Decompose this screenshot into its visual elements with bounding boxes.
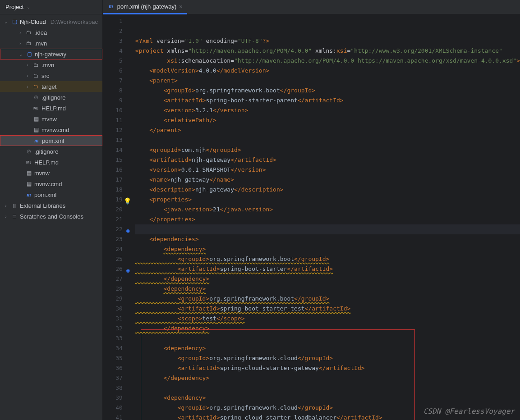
tree-item-label: mvnw.cmd [34,181,62,187]
tree-item[interactable]: mpom.xml [0,189,102,200]
highlight-box [141,329,415,420]
code-line[interactable] [135,224,520,234]
project-tree[interactable]: ⌄ ▢ Njh-Cloud D:\Work\workspac ›🗀.idea›🗀… [0,14,102,420]
code-editor[interactable]: 12345678910111213141516171819💡202122◉232… [103,14,520,420]
code-line[interactable]: <groupId>org.springframework.boot</group… [135,254,520,264]
tree-item[interactable]: ▤mvnw [0,168,102,178]
line-number: 31 [103,314,131,324]
line-number: 5 [103,56,131,66]
tree-item[interactable]: mpom.xml [0,135,102,146]
tree-item[interactable]: ›🗀target [0,81,102,92]
tree-item[interactable]: ▤mvnw [0,114,102,124]
line-number: 30 [103,304,131,314]
code-line[interactable]: <groupId>org.springframework.boot</group… [135,86,520,96]
sidebar-header[interactable]: Project ⌄ [0,0,102,14]
line-number: 11 [103,115,131,125]
target-icon[interactable]: ◉ [124,265,130,272]
code-line[interactable]: <properties> [135,195,520,205]
code-line[interactable]: <artifactId>spring-boot-starter-test</ar… [135,304,520,314]
tree-item-label: .idea [34,29,47,36]
line-number: 34 [103,343,131,353]
code-line[interactable]: <?xml version="1.0" encoding="UTF-8"?> [135,36,520,46]
arrow-icon: › [24,84,31,89]
scratches-consoles[interactable]: › ≣ Scratches and Consoles [0,211,102,222]
code-line[interactable]: <scope>test</scope> [135,314,520,324]
chevron-down-icon: ⌄ [3,19,9,24]
line-number: 27 [103,274,131,284]
code-line[interactable]: <relativePath/> [135,115,520,125]
line-number: 16 [103,165,131,175]
code-line[interactable]: <version>0.0.1-SNAPSHOT</version> [135,165,520,175]
code-line[interactable]: <artifactId>spring-boot-starter-parent</… [135,96,520,105]
tree-item[interactable]: M↓HELP.md [0,157,102,168]
code-line[interactable]: </properties> [135,215,520,224]
code-line[interactable]: <parent> [135,76,520,86]
markdown-icon: M↓ [32,105,40,112]
tree-item[interactable]: ⊘.gitignore [0,146,102,157]
line-number: 18 [103,185,131,195]
code-line[interactable]: <project xmlns="http://maven.apache.org/… [135,46,520,56]
code-line[interactable]: <description>njh-gateway</description> [135,185,520,195]
watermark: CSDN @FearlessVoyager [423,406,515,416]
line-number: 6 [103,66,131,76]
code-line[interactable]: <name>njh-gateway</name> [135,175,520,185]
line-number: 35 [103,353,131,363]
project-root-path: D:\Work\workspac [51,18,98,25]
tree-item[interactable]: ⌄▢njh-gateway [0,49,102,59]
code-line[interactable]: <version>3.2.1</version> [135,105,520,115]
tree-item[interactable]: ›🗀.idea [0,27,102,38]
maven-icon: m [25,191,32,198]
scratch-icon: ≣ [11,213,18,220]
code-line[interactable]: <dependency> [135,284,520,294]
gitignore-icon: ⊘ [32,94,40,101]
arrow-icon: › [24,73,31,78]
tree-item-label: .gitignore [34,148,58,155]
arrow-icon: › [17,41,23,46]
line-number: 21 [103,215,131,224]
code-line[interactable]: </dependency> [135,274,520,284]
line-number: 40 [103,403,131,413]
line-number: 41 [103,413,131,420]
line-number: 33 [103,333,131,343]
line-number: 14 [103,145,131,155]
code-line[interactable]: <modelVersion>4.0.0</modelVersion> [135,66,520,76]
tree-item-label: .gitignore [41,94,65,101]
line-number: 1 [103,16,131,26]
tree-item[interactable]: ▤mvnw.cmd [0,178,102,189]
line-number: 36 [103,363,131,373]
code-line[interactable]: xsi:schemaLocation="http://maven.apache.… [135,56,520,66]
folder-icon: 🗀 [32,72,40,79]
maven-icon: m [107,3,115,10]
line-number: 17 [103,175,131,185]
tree-item-label: .mvn [34,40,47,47]
close-icon[interactable]: × [179,3,183,10]
tree-item[interactable]: ⊘.gitignore [0,92,102,103]
code-line[interactable]: <java.version>21</java.version> [135,205,520,215]
code-content[interactable]: <?xml version="1.0" encoding="UTF-8"?><p… [131,14,520,420]
tree-item-label: HELP.md [34,159,59,166]
tree-item[interactable]: ›🗀.mvn [0,38,102,49]
code-line[interactable]: <artifactId>njh-gateway</artifactId> [135,155,520,165]
bulb-icon[interactable]: 💡 [124,196,130,202]
tree-item[interactable]: M↓HELP.md [0,103,102,114]
project-root[interactable]: ⌄ ▢ Njh-Cloud D:\Work\workspac [0,16,102,27]
code-line[interactable]: <groupId>com.njh</groupId> [135,145,520,155]
tab-pom-xml[interactable]: m pom.xml (njh-gateway) × [103,0,187,14]
folder-icon: 🗀 [25,40,32,47]
tree-item[interactable]: ›🗀.mvn [0,59,102,70]
gutter: 12345678910111213141516171819💡202122◉232… [103,14,131,420]
arrow-icon: › [17,30,23,35]
code-line[interactable]: <artifactId>spring-boot-starter</artifac… [135,264,520,274]
tree-item-label: pom.xml [34,192,56,198]
code-line[interactable]: </parent> [135,125,520,135]
code-line[interactable]: <groupId>org.springframework.boot</group… [135,294,520,304]
code-line[interactable]: <dependency> [135,244,520,254]
tree-item[interactable]: ▤mvnw.cmd [0,124,102,135]
line-number: 29 [103,294,131,304]
code-line[interactable] [135,135,520,145]
editor-tabs: m pom.xml (njh-gateway) × [103,0,520,14]
external-libraries[interactable]: › ⫼ External Libraries [0,200,102,211]
tree-item[interactable]: ›🗀src [0,70,102,81]
code-line[interactable]: <dependencies> [135,234,520,244]
target-icon[interactable]: ◉ [124,226,130,232]
